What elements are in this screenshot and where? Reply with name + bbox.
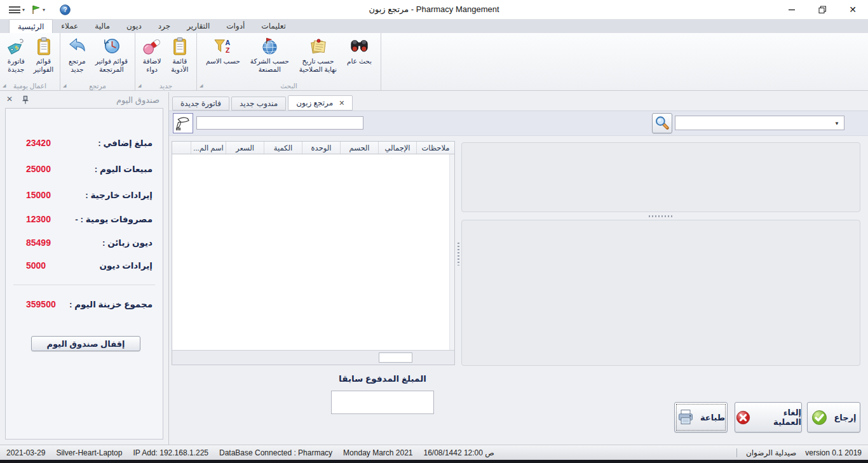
invoices-clipboard-icon <box>34 36 53 56</box>
window-title: مرتجع زبون - Pharmacy Mangement <box>0 0 868 19</box>
barcode-input[interactable] <box>196 116 363 130</box>
ribbon-button-label: قوائم الفواتير <box>34 57 54 74</box>
confirm-return-button[interactable]: إرجاع <box>807 402 860 433</box>
close-icon: ✕ <box>849 4 857 15</box>
divider <box>736 448 737 457</box>
pin-icon[interactable] <box>22 95 29 107</box>
tab-customer-return[interactable]: مرتجع زبون ✕ <box>288 95 353 111</box>
search-by-name-button[interactable]: A Z حسب الاسم <box>205 35 241 67</box>
cancel-operation-button[interactable]: إلغاء العملية <box>735 402 802 433</box>
barcode-scan-button[interactable] <box>173 113 193 133</box>
cashbox-value: 23420 <box>26 138 51 148</box>
expiry-notes-icon <box>308 36 328 56</box>
ribbon-button-label: حسب الشركة المصنعة <box>250 57 289 74</box>
print-button-label: طباعة <box>700 413 725 422</box>
tab-inventory[interactable]: جرد <box>150 19 179 33</box>
medicines-list-button[interactable]: قائمة الأدوية <box>168 35 191 75</box>
print-button[interactable]: طباعة <box>674 402 728 433</box>
close-cashbox-button[interactable]: إقفال صندوق اليوم <box>31 336 140 351</box>
minimize-button[interactable] <box>776 0 807 19</box>
grid-header: اسم الم... السعر الكمية الوحدة الحسم الإ… <box>172 142 454 154</box>
bottom-strip <box>0 460 868 463</box>
grid-column-total[interactable]: الإجمالي <box>379 142 417 154</box>
status-date: 2021-03-29 <box>6 448 45 457</box>
dialog-launcher-icon[interactable]: ◢ <box>3 83 6 88</box>
grid-scrollbar[interactable] <box>449 154 454 350</box>
returned-invoices-history-icon <box>102 36 121 56</box>
status-pharmacy-name: صيدلية الرضوان <box>746 448 796 457</box>
splitter-grip-icon <box>458 243 459 265</box>
ribbon-group-label: اعمال يومية <box>13 82 46 90</box>
ribbon-button-label: حسب الاسم <box>206 57 240 65</box>
tab-debts[interactable]: ديون <box>118 19 150 33</box>
general-search-button[interactable]: بحث عام <box>346 35 373 67</box>
ribbon-button-label: قوائم فواتير المرتجعة <box>95 57 128 74</box>
grid-column-discount[interactable]: الحسم <box>341 142 379 154</box>
return-arrow-icon <box>67 36 87 56</box>
dialog-launcher-icon[interactable]: ◢ <box>138 83 141 88</box>
search-by-expiry-button[interactable]: حسب تاريخ نهاية الصلاحية <box>298 35 338 75</box>
status-database: DataBase Connected : Pharmacy <box>219 448 332 457</box>
return-items-grid: اسم الم... السعر الكمية الوحدة الحسم الإ… <box>172 141 455 365</box>
grid-column-quantity[interactable]: الكمية <box>264 142 302 154</box>
tab-new-representative[interactable]: مندوب جديد <box>231 97 286 111</box>
new-return-button[interactable]: مرتجع جديد <box>66 35 88 75</box>
cashbox-label: مصروفات يومية : - <box>75 214 153 224</box>
tab-customers[interactable]: عملاء <box>53 19 86 33</box>
add-medicine-button[interactable]: لاضافة دواء <box>141 35 163 75</box>
cancel-icon <box>735 409 751 426</box>
restore-icon <box>818 6 827 14</box>
medicines-clipboard-icon <box>170 36 189 56</box>
tab-home[interactable]: الرئيسية <box>9 19 53 33</box>
dialog-launcher-icon[interactable]: ◢ <box>63 83 66 88</box>
tab-help[interactable]: تعليمات <box>253 19 294 33</box>
ribbon-button-label: بحث عام <box>347 57 372 65</box>
tab-tools[interactable]: أدوات <box>218 19 253 33</box>
customer-select[interactable]: ▼ <box>675 116 844 130</box>
cashbox-panel: ✕ صندوق اليوم 23420مبلغ إضافي : 25000مبي… <box>0 92 169 445</box>
barcode-reader-icon <box>175 115 191 131</box>
search-button[interactable] <box>652 113 672 133</box>
tab-reports[interactable]: التقارير <box>179 19 218 33</box>
previously-paid-input[interactable] <box>331 391 434 414</box>
invoices-list-button[interactable]: قوائم الفواتير <box>32 35 55 75</box>
status-left: 2021-03-29 Silver-Heart-Laptop IP Add: 1… <box>6 448 494 457</box>
grid-total-input[interactable] <box>379 352 412 363</box>
pills-icon <box>142 36 162 56</box>
search-by-manufacturer-button[interactable]: حسب الشركة المصنعة <box>249 35 290 75</box>
document-tab-strip: فاتورة جديدة مندوب جديد مرتجع زبون ✕ <box>172 95 353 111</box>
close-button[interactable]: ✕ <box>837 0 868 19</box>
status-version: version 0.1 2019 <box>805 448 862 457</box>
cashbox-row: 5000إيرادات ديون <box>15 258 153 272</box>
svg-text:Z: Z <box>226 46 230 54</box>
horizontal-splitter[interactable] <box>461 213 860 219</box>
restore-button[interactable] <box>807 0 837 19</box>
ribbon-group-daily-works: $ فاتورة جديدة قوائم الفواتير ◢اعمال يوم… <box>0 33 60 90</box>
ribbon-group-label: مرتجع <box>89 82 106 90</box>
new-invoice-button[interactable]: $ فاتورة جديدة <box>5 35 27 75</box>
grid-column-price[interactable]: السعر <box>226 142 264 154</box>
cashbox-value: 5000 <box>26 260 46 271</box>
globe-flag-icon <box>260 36 280 56</box>
main-content: فاتورة جديدة مندوب جديد مرتجع زبون ✕ <box>169 92 868 445</box>
dialog-launcher-icon[interactable]: ◢ <box>200 83 203 88</box>
status-computer-name: Silver-Heart-Laptop <box>56 448 122 457</box>
ribbon: $ فاتورة جديدة قوائم الفواتير ◢اعمال يوم… <box>0 33 868 91</box>
cashbox-label: ديون زبائن : <box>102 238 153 248</box>
panel-close-icon[interactable]: ✕ <box>6 95 13 104</box>
close-icon[interactable]: ✕ <box>339 97 344 109</box>
returned-invoices-button[interactable]: قوائم فواتير المرتجعة <box>94 35 129 75</box>
vertical-splitter[interactable] <box>456 141 461 366</box>
ribbon-button-label: فاتورة جديدة <box>8 57 25 74</box>
price-tag-icon: $ <box>6 36 26 56</box>
cashbox-total-row: 359500مجموع خزينة اليوم : <box>15 297 153 311</box>
window-controls: ✕ <box>776 0 868 19</box>
cashbox-value: 12300 <box>26 214 51 224</box>
tab-finance[interactable]: مالية <box>86 19 118 33</box>
grid-column-notes[interactable]: ملاحظات <box>417 142 454 154</box>
grid-column-item-name[interactable]: اسم الم... <box>191 142 226 154</box>
tab-label: مرتجع زبون <box>296 98 333 107</box>
tab-new-invoice[interactable]: فاتورة جديدة <box>172 97 229 111</box>
grid-column-unit[interactable]: الوحدة <box>302 142 341 154</box>
status-right: صيدلية الرضوان version 0.1 2019 <box>736 448 862 457</box>
